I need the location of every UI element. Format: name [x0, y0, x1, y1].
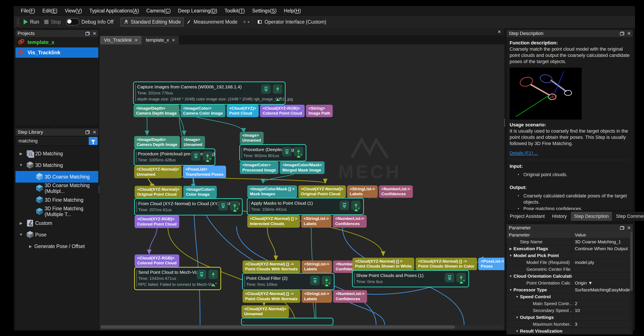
debug-toggle[interactable]: Debug Info Off — [64, 17, 116, 27]
output-port-colored-point-cloud[interactable]: <Cloud(XYZ-RGB)>Colored Point Cloud — [260, 105, 304, 117]
output-port-camera-depth-image[interactable]: <Image/Depth>Camera Depth Image — [134, 105, 179, 117]
output-port-interected-clouds[interactable]: <Cloud(XYZ-Normal) [] >Interected Clouds — [247, 215, 300, 227]
param-value[interactable]: 3 — [572, 322, 633, 327]
close-panel-icon[interactable]: × — [93, 31, 96, 36]
toolbar-drag-handle-icon[interactable] — [16, 17, 20, 26]
input-port-poses[interactable]: <PoseList->Poses — [478, 258, 504, 270]
node-show_pc[interactable]: <Cloud(XYZ-Normal) [] >Point Clouds Show… — [352, 258, 504, 287]
node-send_viz[interactable]: <Cloud(XYZ-RGB)>Colored Point CloudSend … — [134, 255, 221, 290]
output-port-image-path[interactable]: <String>Image Path — [306, 105, 333, 117]
close-panel-icon[interactable]: × — [627, 31, 631, 36]
tree-down-arrow-icon[interactable]: ▼ — [17, 233, 25, 237]
panel-splitter[interactable]: ······ — [16, 125, 98, 128]
run-step-button[interactable] — [208, 270, 218, 279]
steplib-item-3d-coarse-matching-multipl[interactable]: 3D Coarse Matching (Multipl... — [16, 183, 98, 194]
stop-button[interactable]: Stop — [42, 18, 63, 26]
tab-close-icon[interactable]: × — [172, 37, 175, 43]
collapse-outputs-button[interactable] — [261, 84, 271, 94]
tab-history[interactable]: History — [549, 212, 570, 221]
canvas-tab-template_x[interactable]: template_x× — [142, 36, 179, 44]
output-port-point-cloud[interactable]: <Cloud(XYZ)>Point Cloud — [227, 105, 259, 117]
param-row-speed-control[interactable]: ▼Speed Control — [506, 293, 633, 300]
param-row-processor-type[interactable]: ▼Processor TypeSurfaceMatchingEasyMode ★ — [506, 287, 633, 293]
menu-item-view[interactable]: View(V) — [61, 7, 86, 14]
node-stub_bottom[interactable]: <Cloud(XYZ-Normal)>Unnamed — [241, 305, 334, 326]
input-port-point-clouds-shown-in-color[interactable]: <Cloud(XYZ-Normal) [] ->Point Clouds Sho… — [416, 258, 477, 270]
run-button[interactable]: Run — [21, 18, 42, 26]
node-box[interactable]: From Cloud (XYZ-Normal) to Cloud (XYZ-RG… — [134, 198, 242, 215]
input-port-unnamed[interactable]: <Cloud(XYZ-Normal)>Unnamed — [242, 305, 289, 318]
step-search-input[interactable] — [16, 137, 88, 145]
param-row-secondary-speed[interactable]: Secondary Speed ...10 — [506, 307, 633, 314]
operator-interface-button[interactable]: Operator Interface (Custom) — [254, 18, 329, 26]
param-down-arrow-icon[interactable]: ▼ — [514, 316, 520, 319]
steplib-item-3d-fine-matching-multiple-t[interactable]: 3D Fine Matching (Multiple T... — [16, 206, 98, 217]
collapse-outputs-button[interactable] — [445, 273, 454, 282]
input-port-colored-point-cloud[interactable]: <Cloud(XYZ-RGB)>Colored Point Cloud — [134, 255, 179, 267]
param-row-result-visualization[interactable]: ▼Result Visualization — [506, 328, 633, 335]
collapse-outputs-button[interactable] — [282, 147, 292, 156]
mode-dropdown-arrow[interactable]: ▼ — [247, 20, 250, 24]
run-step-button[interactable] — [273, 84, 282, 94]
tree-right-arrow-icon[interactable]: ▶ — [17, 151, 25, 156]
param-down-arrow-icon[interactable]: ▼ — [514, 295, 520, 299]
measurement-mode-button[interactable]: Measurement Mode — [184, 18, 240, 26]
collapse-outputs-button[interactable] — [310, 276, 320, 285]
param-value[interactable]: model.ply — [572, 260, 633, 265]
filter-button[interactable] — [89, 137, 98, 145]
menu-item-camera[interactable]: Camera(C) — [142, 7, 174, 14]
param-down-arrow-icon[interactable]: ▼ — [508, 275, 514, 278]
param-row-maximum-number[interactable]: Maximum Number...3 — [506, 321, 633, 328]
input-port-point-clouds-with-normals[interactable]: <Cloud(XYZ-Normal) [] ->Point Clouds Wit… — [242, 261, 300, 273]
output-port-confidences[interactable]: <NumberList->Confidences — [333, 290, 367, 303]
tab-step-comment-list[interactable]: Step Comment List — [613, 212, 644, 221]
steplib-item-generate-pose-offset[interactable]: ▶Generate Pose / Offset — [16, 241, 98, 252]
param-row-cloud-orientation-calculation[interactable]: ▼Cloud Orientation Calculation — [506, 273, 633, 280]
input-port-camera-depth-image[interactable]: <Image/Depth>Camera Depth Image — [134, 136, 180, 148]
output-port-confidences[interactable]: <NumberList->Confidences — [333, 215, 367, 227]
float-panel-icon[interactable] — [86, 32, 90, 35]
steplib-item-pose[interactable]: ▼Pose — [16, 229, 98, 241]
param-row-point-orientation-calc[interactable]: Point Orientation Calc ...Origin ▼ — [506, 280, 633, 287]
steplib-item-2d-matching[interactable]: ▶2D Matching — [16, 148, 98, 159]
float-panel-icon[interactable] — [86, 130, 90, 134]
input-port-mask-images[interactable]: <Image/Color/Mask [] >Mask Images — [247, 185, 297, 198]
param-row-main-speed-contr[interactable]: Main Speed Contr...2 — [506, 300, 633, 307]
collapse-outputs-button[interactable] — [340, 201, 349, 210]
steplib-item-custom[interactable]: ▶Custom — [16, 217, 98, 229]
param-row-model-and-pick-point[interactable]: ▼Model and Pick Point — [506, 252, 633, 259]
param-right-arrow-icon[interactable]: ▶ — [508, 247, 514, 250]
collapse-outputs-button[interactable] — [197, 270, 206, 279]
steplib-item-3d-coarse-matching[interactable]: 3D Coarse Matching — [16, 171, 98, 183]
input-port-labels[interactable]: <StringList->Labels — [302, 261, 332, 273]
param-value[interactable]: Continue When No Output — [572, 246, 633, 251]
input-port-color-image[interactable]: <Image/Color>Color Image — [183, 186, 217, 198]
output-port-camera-color-image[interactable]: <Image/Color>Camera Color Image — [180, 105, 226, 117]
menu-item-help[interactable]: Help(H) — [280, 7, 304, 14]
node-box[interactable]: Show Point Clouds and Poses (1)Time: 0ms… — [352, 270, 469, 287]
param-row-geometric-center-file[interactable]: Geometric Center File ... — [506, 266, 633, 273]
collapse-outputs-button[interactable] — [218, 201, 228, 211]
node-proc_dl[interactable]: <Image>UnnamedProcedure (Deeplearning)Ti… — [239, 132, 324, 174]
details-link[interactable]: Details (F1) ... — [510, 150, 538, 156]
close-panel-icon[interactable]: × — [627, 226, 631, 230]
tree-right-arrow-icon[interactable]: ▶ — [17, 221, 25, 226]
vertical-scrollbar-thumb[interactable] — [630, 232, 632, 291]
tab-step-description[interactable]: Step Description — [571, 212, 612, 221]
node-capture[interactable]: Capture Images from Camera (W0006_192.16… — [133, 81, 333, 117]
param-row-step-name[interactable]: Step Name3D Coarse Matching_1 — [506, 238, 633, 245]
output-port-transformed-poses[interactable]: <PoseList>Transformed Poses — [183, 166, 226, 178]
tree-right-arrow-icon[interactable]: ▶ — [26, 244, 34, 249]
horizontal-scrollbar-thumb[interactable] — [100, 325, 455, 329]
input-port-point-clouds-shown-in-white[interactable]: <Cloud(XYZ-Normal) [] >Point Clouds Show… — [352, 258, 414, 270]
input-port-confidences[interactable]: <NumberList->Confidences — [379, 185, 413, 198]
param-down-arrow-icon[interactable]: ▼ — [508, 288, 514, 292]
vertical-drag-handle-icon[interactable]: •••••• — [504, 119, 506, 127]
input-port-original-point-cloud[interactable]: <Cloud(XYZ-Normal)>Original Point Cloud — [298, 185, 346, 198]
output-port-merged-mask-image[interactable]: <Image/Color/Mask>Merged Mask Image — [280, 161, 324, 174]
node-box[interactable]: Procedure (Deeplearning)Time: 802ms 801u… — [239, 144, 306, 161]
project-item-Vis_Tracklink[interactable]: Vis_Tracklink — [16, 47, 98, 58]
param-row-output-settings[interactable]: ▼Output Settings — [506, 314, 633, 321]
param-down-arrow-icon[interactable]: ▼ — [508, 254, 514, 257]
vertical-scrollbar[interactable] — [630, 232, 633, 335]
